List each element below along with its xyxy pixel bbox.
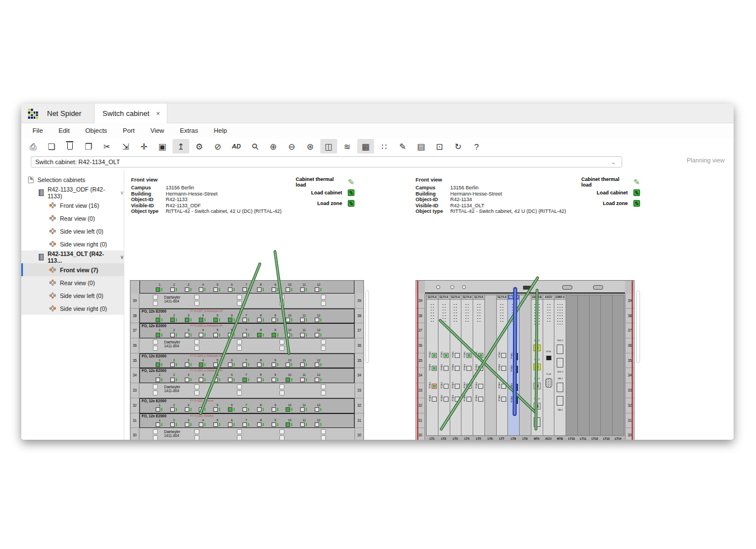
- e2000-port-4[interactable]: 4: [197, 373, 209, 382]
- e2000-port-9[interactable]: 9: [269, 359, 282, 367]
- sidebar-item-side-left-1134[interactable]: Side view left (0): [21, 289, 124, 302]
- slot-LT1[interactable]: GLT4-APON1PON2PON3PON4: [426, 295, 438, 436]
- e2000-port-2[interactable]: 2: [168, 403, 180, 412]
- load-icon[interactable]: [633, 200, 640, 207]
- e2000-port-12[interactable]: 12: [312, 359, 325, 367]
- menu-view[interactable]: View: [142, 123, 172, 138]
- e2000-port-3[interactable]: 3: [183, 359, 195, 367]
- right-panel-scrollbar[interactable]: [636, 290, 640, 363]
- e2000-port-7[interactable]: 7: [240, 373, 253, 382]
- e2000-port-6[interactable]: 6: [226, 403, 238, 412]
- pon-port-3[interactable]: PON3: [473, 384, 484, 389]
- slot-LT7[interactable]: GLT4-APON1PON2PON3PON4: [496, 295, 508, 436]
- e2000-port-1[interactable]: 1: [153, 283, 166, 292]
- sidebar-item-rear-view-1133[interactable]: Rear view (0): [21, 212, 124, 225]
- e2000-port-3[interactable]: 3: [183, 373, 195, 382]
- rack-row-fo12-u34[interactable]: FO, 12x E2000FY O-1324_to Subcluster 061…: [139, 368, 354, 383]
- e2000-port-5[interactable]: 5: [211, 418, 223, 427]
- slot-LT5[interactable]: GLT4-APON1PON2PON3PON4: [473, 295, 485, 436]
- e2000-port-1[interactable]: 1: [153, 359, 166, 367]
- e2000-port-8[interactable]: 8: [255, 403, 267, 412]
- sidebar-item-selection-cabinets[interactable]: Selection cabinets: [21, 173, 124, 186]
- toolbar-monitor-button[interactable]: ⊡: [431, 139, 448, 153]
- e2000-port-7[interactable]: 7: [240, 328, 253, 337]
- toolbar-refresh-button[interactable]: ↻: [450, 139, 466, 153]
- toolbar-copy-button[interactable]: ❐: [80, 139, 97, 153]
- sidebar-item-cabinet-r42-1133[interactable]: R42-1133_ODF (R42-1133)∨: [21, 186, 124, 199]
- e2000-port-2[interactable]: 2: [168, 328, 180, 337]
- pon-port-4[interactable]: PON4: [473, 397, 484, 402]
- e2000-port-11[interactable]: 11: [298, 418, 310, 427]
- cabinet-selector[interactable]: Switch cabinet: R42-1134_OLT ⌄: [31, 156, 622, 168]
- e2000-port-8[interactable]: 8: [255, 283, 267, 292]
- pon-port-3[interactable]: PON3: [438, 384, 450, 389]
- rack-row-fo12-u38[interactable]: FO, 12x E2000FY O-1327_to Subcluster 031…: [139, 309, 354, 324]
- e2000-port-2[interactable]: 2: [168, 359, 180, 367]
- toolbar-help-button[interactable]: ?: [468, 139, 485, 153]
- pon-port-4[interactable]: PON4: [450, 397, 461, 402]
- e2000-port-9[interactable]: 9: [269, 283, 282, 292]
- rack-row-daetwyler-u30[interactable]: Daetwyler1411-604: [139, 428, 354, 440]
- pon-port-3[interactable]: PON3: [508, 384, 519, 391]
- e2000-port-12[interactable]: 12: [312, 328, 325, 337]
- e2000-port-6[interactable]: 6: [226, 418, 238, 427]
- load-icon[interactable]: [348, 200, 354, 207]
- toolbar-edit-pen-button[interactable]: ✎: [394, 139, 411, 153]
- toolbar-rename-button[interactable]: AD: [228, 139, 245, 153]
- e2000-port-5[interactable]: 5: [211, 403, 223, 412]
- e2000-port-12[interactable]: 12: [312, 418, 325, 427]
- pon-port-1[interactable]: PON1: [508, 353, 519, 360]
- toolbar-new-window-button[interactable]: ❏: [43, 139, 60, 153]
- e2000-port-7[interactable]: 7: [240, 283, 253, 292]
- e2000-port-8[interactable]: 8: [255, 373, 267, 382]
- e2000-port-1[interactable]: 1: [153, 328, 166, 337]
- chevron-down-icon[interactable]: ∨: [120, 254, 124, 260]
- pon-port-3[interactable]: PON3: [497, 384, 508, 389]
- slot-ACU[interactable]: AACUETHCraft: [543, 295, 555, 436]
- e2000-port-3[interactable]: 3: [183, 314, 195, 323]
- chevron-down-icon[interactable]: ⌄: [611, 157, 616, 167]
- pon-port-4[interactable]: PON4: [497, 397, 508, 402]
- e2000-port-2[interactable]: 2: [168, 314, 180, 323]
- e2000-port-4[interactable]: 4: [197, 314, 209, 323]
- e2000-port-4[interactable]: 4: [197, 283, 209, 292]
- pon-port-1[interactable]: PON1: [461, 353, 473, 358]
- rack-row-fo12-u37[interactable]: FO, 12x E2000FY O-1328_to Subcluster 041…: [139, 323, 354, 338]
- pon-port-3[interactable]: PON3: [427, 384, 438, 389]
- toolbar-search-object-button[interactable]: ⚲: [246, 139, 263, 153]
- e2000-port-5[interactable]: 5: [211, 314, 223, 323]
- e2000-port-1[interactable]: 1: [153, 418, 166, 427]
- sidebar-item-front-view-1133[interactable]: Front view (16): [21, 199, 124, 212]
- e2000-port-12[interactable]: 12: [312, 373, 325, 382]
- toolbar-cut-button[interactable]: ✂: [99, 139, 115, 153]
- module-slot[interactable]: [557, 358, 563, 367]
- e2000-port-5[interactable]: 5: [211, 283, 223, 292]
- e2000-port-10[interactable]: 10: [283, 283, 296, 292]
- pencil-icon[interactable]: ✎: [633, 178, 640, 187]
- e2000-port-10[interactable]: 10: [283, 328, 296, 337]
- olt-chassis[interactable]: GLT4-APON1PON2PON3PON4GLT4-APON1PON2PON3…: [425, 294, 625, 440]
- toolbar-zoom-in-button[interactable]: ⊕: [265, 139, 282, 153]
- pon-port-4[interactable]: PON4: [427, 397, 438, 402]
- left-panel-scrollbar[interactable]: [365, 290, 369, 363]
- slot-LT8[interactable]: GLT4-APON1PON2PON3PON4: [507, 295, 520, 436]
- pon-port-2[interactable]: PON2: [508, 366, 519, 373]
- sidebar-item-side-right-1133[interactable]: Side view right (0): [21, 238, 124, 250]
- menu-edit[interactable]: Edit: [51, 123, 78, 138]
- craft-dsub-port[interactable]: [545, 378, 552, 388]
- e2000-port-6[interactable]: 6: [226, 328, 238, 337]
- rack-row-fo12-u32[interactable]: FO, 12x E2000FY O-1323, Reserve123456789…: [139, 398, 354, 413]
- pon-port-4[interactable]: PON4: [508, 397, 519, 404]
- menu-extras[interactable]: Extras: [172, 123, 206, 138]
- e2000-port-11[interactable]: 11: [298, 359, 310, 367]
- e2000-port-12[interactable]: 12: [312, 403, 325, 412]
- e2000-port-9[interactable]: 9: [269, 403, 282, 412]
- e2000-port-11[interactable]: 11: [298, 403, 310, 412]
- load-icon[interactable]: [348, 189, 354, 196]
- e2000-port-11[interactable]: 11: [298, 283, 310, 292]
- e2000-port-11[interactable]: 11: [298, 373, 310, 382]
- e2000-port-6[interactable]: 6: [226, 373, 238, 382]
- e2000-port-5[interactable]: 5: [211, 373, 223, 382]
- pon-port-1[interactable]: PON1: [473, 353, 484, 358]
- rack-row-daetwyler-u36[interactable]: Daetwyler1411-604: [139, 338, 354, 353]
